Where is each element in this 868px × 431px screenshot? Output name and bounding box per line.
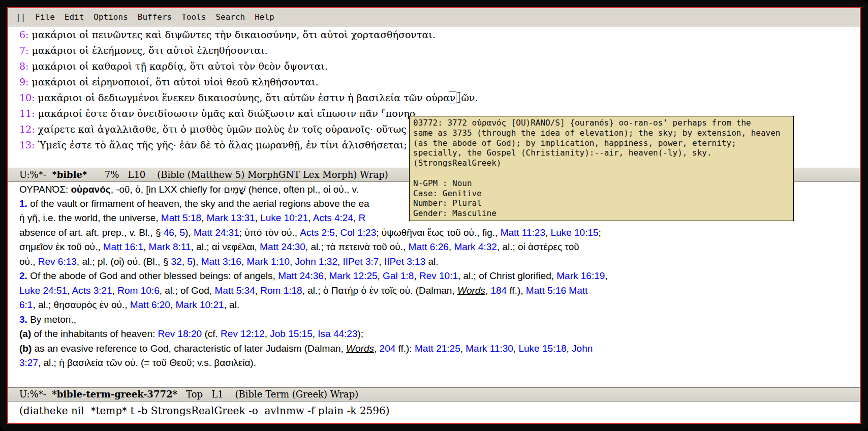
bible-reference-link[interactable]: R bbox=[359, 212, 366, 223]
bible-reference-link[interactable]: Rev 10:1 bbox=[419, 270, 458, 281]
bible-reference-link[interactable]: 32 bbox=[171, 256, 182, 267]
bible-reference-link[interactable]: Matt 5:16 Matt bbox=[526, 285, 587, 296]
text-segment: , al.; αἱ νεφέλαι, bbox=[191, 241, 260, 252]
lexicon-line: 3:27, al.; ἡ βασιλεία τῶν οὐ. (= τοῦ Θεο… bbox=[8, 356, 860, 371]
bible-reference-link[interactable]: Matt 24:36 bbox=[278, 270, 324, 281]
minibuffer[interactable]: (diatheke nil *temp* t -b StrongsRealGre… bbox=[8, 402, 860, 423]
bible-reference-link[interactable]: Luke 10:15 bbox=[551, 227, 599, 238]
menu-tools[interactable]: Tools bbox=[181, 12, 206, 22]
bible-reference-link[interactable]: Mark 16:19 bbox=[556, 270, 605, 281]
lexicon-line: 1. of the vault or firmament of heaven, … bbox=[8, 197, 416, 211]
bible-reference-link[interactable]: 3:27 bbox=[19, 357, 38, 368]
lexicon-line: 3. By meton., bbox=[8, 313, 860, 327]
bible-verse-line-8: 8: μακάριοι οἱ καθαροὶ τῇ καρδίᾳ, ὅτι αὐ… bbox=[8, 58, 860, 74]
bible-reference-link[interactable]: 46 bbox=[164, 227, 174, 238]
bible-reference-link[interactable]: Mark 10:21 bbox=[175, 299, 224, 310]
text-segment: , bbox=[174, 227, 180, 238]
modeline-lexicon-buffer[interactable]: U:%*- *bible-term-greek-3772* Top L1 (Bi… bbox=[8, 387, 860, 402]
menu-search[interactable]: Search bbox=[215, 12, 245, 22]
text-cursor: ν bbox=[450, 92, 456, 103]
bible-reference-link[interactable]: Rev 18:20 bbox=[158, 328, 202, 339]
verse-number: 13: bbox=[19, 139, 35, 150]
text-segment: , bbox=[545, 227, 551, 238]
bible-reference-link[interactable]: Acts 3:21 bbox=[72, 285, 112, 296]
text-segment: Words bbox=[457, 285, 485, 296]
menu-edit[interactable]: Edit bbox=[65, 12, 84, 22]
text-segment: , bbox=[379, 256, 384, 267]
text-segment: , bbox=[605, 270, 607, 281]
bible-reference-link[interactable]: Mark 12:25 bbox=[329, 270, 378, 281]
bible-reference-link[interactable]: Matt 21:25 bbox=[415, 343, 460, 354]
menu-help[interactable]: Help bbox=[255, 12, 274, 22]
bible-reference-link[interactable]: Matt 24:30 bbox=[260, 241, 305, 252]
bible-reference-link[interactable]: Matt 5:18 bbox=[161, 212, 201, 223]
text-segment: , al.; ὁ Πατὴρ ὁ ἐν τοῖς οὐ. (Dalman, bbox=[302, 285, 457, 296]
menu-buffers[interactable]: Buffers bbox=[138, 12, 172, 22]
lexicon-line: σημεῖον ἐκ τοῦ οὐ., Matt 16:1, Mark 8:11… bbox=[8, 240, 860, 255]
bible-reference-link[interactable]: Col 1:23 bbox=[340, 227, 376, 238]
bible-reference-link[interactable]: 184 bbox=[490, 285, 507, 296]
bible-reference-link[interactable]: Matt 5:34 bbox=[214, 285, 255, 296]
bible-reference-link[interactable]: Mark 4:32 bbox=[454, 241, 497, 252]
text-segment: μακάριοι οἱ δεδιωγμένοι ἕνεκεν δικαιοσύν… bbox=[35, 92, 450, 103]
bible-reference-link[interactable]: Matt 6:20 bbox=[130, 299, 170, 310]
bible-reference-link[interactable]: 1. bbox=[19, 198, 27, 209]
verse-number: 11: bbox=[19, 108, 35, 119]
text-segment: , bbox=[567, 343, 572, 354]
tooltip-line: 03772: 3772 οὐρανός [OU)RANO/S] {ouranós… bbox=[413, 118, 790, 128]
text-segment: ῶν. bbox=[461, 92, 478, 103]
text-segment: , bbox=[290, 256, 295, 267]
bible-reference-link[interactable]: Mark 8:11 bbox=[149, 241, 191, 252]
bible-reference-link[interactable]: IIPet 3:7 bbox=[343, 256, 379, 267]
bible-reference-link[interactable]: Matt 16:1 bbox=[103, 241, 143, 252]
text-segment: , al.; of Christ glorified, bbox=[458, 270, 556, 281]
text-segment: , al.; ἡ βασιλεία τῶν οὐ. (= τοῦ Θεοῦ; v… bbox=[38, 357, 256, 368]
bible-reference-link[interactable]: Job 15:15 bbox=[270, 328, 312, 339]
bible-verse-line-11: 11: μακάριοί ἐστε ὅταν ὀνειδίσωσιν ὑμᾶς … bbox=[8, 106, 416, 121]
text-segment: , bbox=[378, 270, 383, 281]
bible-verse-line-10: 10: μακάριοι οἱ δεδιωγμένοι ἕνεκεν δικαι… bbox=[8, 90, 860, 106]
bible-reference-link[interactable]: 2. bbox=[19, 270, 27, 281]
hebrew-word: שָׁמַיִם bbox=[224, 183, 245, 195]
menu-options[interactable]: Options bbox=[94, 12, 128, 22]
bible-reference-link[interactable]: 204 bbox=[380, 343, 396, 354]
bible-reference-link[interactable]: 6:1 bbox=[19, 299, 33, 310]
bible-reference-link[interactable]: IIPet 3:13 bbox=[384, 256, 425, 267]
bible-reference-link[interactable]: Luke 10:21 bbox=[260, 212, 308, 223]
text-segment: as an evasive reference to God, characte… bbox=[32, 343, 346, 354]
bible-reference-link[interactable]: Matt 24:31 bbox=[194, 227, 239, 238]
text-segment: , bbox=[255, 285, 261, 296]
bible-reference-link[interactable]: Mark 13:31 bbox=[207, 212, 255, 223]
bible-reference-link[interactable]: Luke 24:51 bbox=[19, 285, 67, 296]
bible-reference-link[interactable]: Rev 12:12 bbox=[221, 328, 265, 339]
text-segment: ), bbox=[185, 227, 194, 238]
bible-reference-link[interactable]: Mark 1:10 bbox=[246, 256, 289, 267]
bible-reference-link[interactable]: Gal 1:8 bbox=[383, 270, 414, 281]
bible-reference-link[interactable]: Mark 11:30 bbox=[466, 343, 513, 354]
bible-reference-link[interactable]: 5 bbox=[179, 227, 185, 238]
text-segment: , bbox=[255, 212, 261, 223]
text-segment: ff.), bbox=[507, 285, 526, 296]
bible-reference-link[interactable]: Acts 2:5 bbox=[300, 227, 335, 238]
bible-reference-link[interactable]: Rom 1:18 bbox=[260, 285, 302, 296]
bible-reference-link[interactable]: Luke 15:18 bbox=[518, 343, 566, 354]
bible-reference-link[interactable]: 3. bbox=[19, 314, 27, 325]
tooltip-line: same as 3735 (through the idea of elevat… bbox=[413, 128, 790, 138]
bible-reference-link[interactable]: 5 bbox=[187, 256, 193, 267]
lexicon-line: 6:1, al.; θησαυρὸς ἐν οὐ., Matt 6:20, Ma… bbox=[8, 298, 860, 313]
bible-reference-link[interactable]: Isa 44:23 bbox=[318, 328, 357, 339]
bible-reference-link[interactable]: Matt 11:23 bbox=[501, 227, 545, 238]
bible-reference-link[interactable]: Matt 6:26 bbox=[409, 241, 449, 252]
text-segment: , bbox=[170, 299, 176, 310]
bible-reference-link[interactable]: Matt 3:16 bbox=[201, 256, 241, 267]
tooltip-line: Number: Plural bbox=[413, 198, 790, 208]
menu-file[interactable]: File bbox=[35, 12, 55, 22]
menu-bar[interactable]: ||FileEditOptionsBuffersToolsSearchHelp bbox=[8, 8, 860, 26]
bible-reference-link[interactable]: Rom 10:6 bbox=[117, 285, 159, 296]
bible-reference-link[interactable]: John bbox=[572, 343, 593, 354]
bible-reference-link[interactable]: Rev 6:13 bbox=[38, 256, 77, 267]
text-segment: (b) bbox=[19, 343, 32, 354]
bible-reference-link[interactable]: Acts 4:24 bbox=[313, 212, 353, 223]
buffer-indicator[interactable]: || bbox=[16, 12, 25, 22]
bible-reference-link[interactable]: John 1:32 bbox=[295, 256, 337, 267]
